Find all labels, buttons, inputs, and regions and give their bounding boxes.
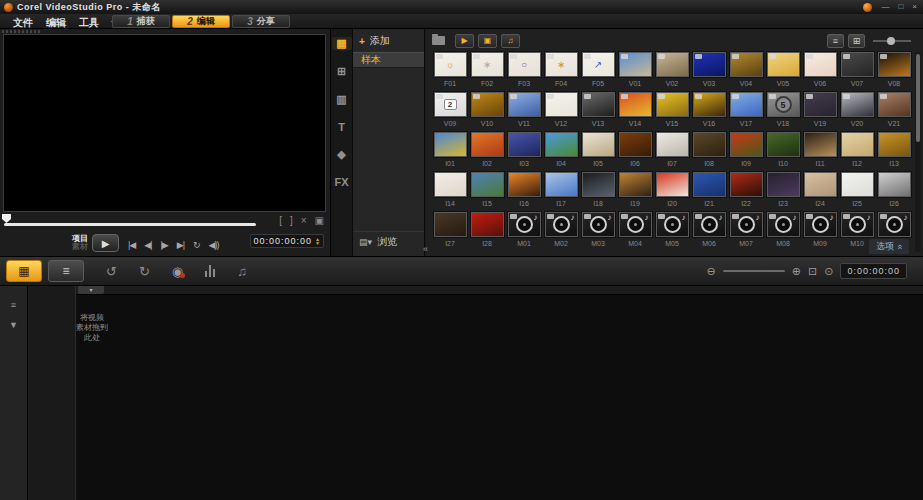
gallery-item-M06[interactable]: ♪M06 <box>691 212 727 252</box>
scrub-track[interactable] <box>4 223 256 226</box>
menu-item-2[interactable]: 工具 <box>79 17 99 28</box>
gallery-item-I11[interactable]: I11 <box>802 132 838 172</box>
show-photo-filter-icon[interactable]: ▣ <box>478 34 497 48</box>
slider-knob[interactable] <box>887 37 895 45</box>
gallery-item-I20[interactable]: I20 <box>654 172 690 212</box>
zoom-out-icon[interactable]: ⊖ <box>707 265 716 278</box>
gallery-item-V11[interactable]: V11 <box>506 92 542 132</box>
gallery-item-I18[interactable]: I18 <box>580 172 616 212</box>
gallery-item-I22[interactable]: I22 <box>728 172 764 212</box>
show-audio-filter-icon[interactable]: ♫ <box>501 34 520 48</box>
add-button[interactable]: + 添加 <box>353 29 424 52</box>
end-button[interactable]: ▶| <box>177 240 184 250</box>
menu-item-1[interactable]: 编辑 <box>46 17 66 28</box>
gallery-item-V13[interactable]: V13 <box>580 92 616 132</box>
gallery-item-M07[interactable]: ♪M07 <box>728 212 764 252</box>
gallery-item-I05[interactable]: I05 <box>580 132 616 172</box>
gallery-item-I16[interactable]: I16 <box>506 172 542 212</box>
gallery-item-I07[interactable]: I07 <box>654 132 690 172</box>
gallery-item-V02[interactable]: V02 <box>654 52 690 92</box>
gallery-item-I26[interactable]: I26 <box>876 172 912 212</box>
expand-tracks-icon[interactable]: ▼ <box>9 320 18 330</box>
gallery-item-V04[interactable]: V04 <box>728 52 764 92</box>
track-manager-icon[interactable]: ≡ <box>11 300 16 310</box>
prev-frame-button[interactable]: ◀| <box>144 240 151 250</box>
ruler-dropdown[interactable]: ▾ <box>78 286 104 294</box>
gallery-item-F02[interactable]: ∗F02 <box>469 52 505 92</box>
instant-project-icon[interactable]: ⊞ <box>332 65 352 78</box>
gallery-item-M02[interactable]: ♪M02 <box>543 212 579 252</box>
mark-out-button[interactable]: ] <box>290 216 293 226</box>
volume-button[interactable]: ◀)) <box>209 240 219 250</box>
mode-clip-label[interactable]: 素材 <box>72 243 88 251</box>
collapse-library-button[interactable]: « <box>423 244 428 254</box>
transition-icon[interactable]: ▥ <box>332 93 352 106</box>
home-button[interactable]: |◀ <box>128 240 135 250</box>
gallery-item-F03[interactable]: ○F03 <box>506 52 542 92</box>
thumbnail-size-slider[interactable] <box>873 34 911 48</box>
gallery-item-I21[interactable]: I21 <box>691 172 727 212</box>
sound-mixer-icon[interactable] <box>205 265 215 277</box>
gallery-item-V10[interactable]: V10 <box>469 92 505 132</box>
gallery-item-M05[interactable]: ♪M05 <box>654 212 690 252</box>
next-frame-button[interactable]: |▶ <box>161 240 168 250</box>
gallery-item-M03[interactable]: ♪M03 <box>580 212 616 252</box>
gallery-item-V05[interactable]: V05 <box>765 52 801 92</box>
gallery-item-V09[interactable]: 2V09 <box>432 92 468 132</box>
restore-button[interactable]: □ <box>898 3 903 11</box>
show-video-filter-icon[interactable]: ▶ <box>455 34 474 48</box>
gallery-item-V03[interactable]: V03 <box>691 52 727 92</box>
gallery-item-V14[interactable]: V14 <box>617 92 653 132</box>
gallery-item-I08[interactable]: I08 <box>691 132 727 172</box>
gallery-item-F04[interactable]: ∗F04 <box>543 52 579 92</box>
gallery-item-V12[interactable]: V12 <box>543 92 579 132</box>
split-clip-button[interactable]: × <box>301 216 307 226</box>
gallery-item-M01[interactable]: ♪M01 <box>506 212 542 252</box>
mark-in-button[interactable]: [ <box>279 216 282 226</box>
gallery-item-V19[interactable]: V19 <box>802 92 838 132</box>
repeat-button[interactable]: ↻ <box>193 240 200 250</box>
gallery-item-V20[interactable]: V20 <box>839 92 875 132</box>
preview-timecode[interactable]: 00:00:00:00 ▲▼ <box>250 234 325 248</box>
close-button[interactable]: × <box>912 3 917 11</box>
duration-clock-icon[interactable]: ⊙ <box>824 265 833 278</box>
gallery-item-V21[interactable]: V21 <box>876 92 912 132</box>
timeline-zoom-slider[interactable] <box>723 266 785 276</box>
gallery-item-I15[interactable]: I15 <box>469 172 505 212</box>
gallery-item-I27[interactable]: I27 <box>432 212 468 252</box>
scrub-marker[interactable] <box>2 214 11 223</box>
corel-guide-icon[interactable] <box>863 3 872 12</box>
video-track[interactable]: 将视频素材拖到此处 <box>76 295 923 500</box>
title-icon[interactable]: T <box>332 121 352 133</box>
gallery-item-I17[interactable]: I17 <box>543 172 579 212</box>
redo-icon[interactable]: ↻ <box>139 264 150 279</box>
gallery-item-I24[interactable]: I24 <box>802 172 838 212</box>
thumbnail-view-icon[interactable]: ⊞ <box>848 34 865 48</box>
step-tab-捕获[interactable]: 1捕获 <box>112 15 170 28</box>
timeline-ruler[interactable] <box>76 286 923 295</box>
gallery-item-V15[interactable]: V15 <box>654 92 690 132</box>
gallery-item-I04[interactable]: I04 <box>543 132 579 172</box>
gallery-item-I02[interactable]: I02 <box>469 132 505 172</box>
timeline-timecode[interactable]: 0:00:00:00 <box>840 263 907 279</box>
gallery-item-I10[interactable]: I10 <box>765 132 801 172</box>
menu-item-0[interactable]: 文件 <box>13 17 33 28</box>
gallery-item-I23[interactable]: I23 <box>765 172 801 212</box>
gallery-item-I03[interactable]: I03 <box>506 132 542 172</box>
gallery-item-M08[interactable]: ♪M08 <box>765 212 801 252</box>
gallery-item-I14[interactable]: I14 <box>432 172 468 212</box>
minimize-button[interactable]: — <box>881 3 889 11</box>
gallery-item-I12[interactable]: I12 <box>839 132 875 172</box>
gallery-item-I25[interactable]: I25 <box>839 172 875 212</box>
gallery-item-M04[interactable]: ♪M04 <box>617 212 653 252</box>
graphic-icon[interactable]: ◆ <box>332 148 352 161</box>
zoom-in-icon[interactable]: ⊕ <box>792 265 801 278</box>
storyboard-view-button[interactable]: ▦ <box>6 260 42 282</box>
gallery-item-V17[interactable]: V17 <box>728 92 764 132</box>
timeline-view-button[interactable]: ≡ <box>48 260 84 282</box>
options-panel-toggle[interactable]: 选项 « <box>869 239 909 254</box>
browse-button[interactable]: ▤▾ 浏览 <box>353 231 424 252</box>
scrollbar-thumb[interactable] <box>916 54 920 142</box>
gallery-item-M09[interactable]: ♪M09 <box>802 212 838 252</box>
playback-mode-toggle[interactable]: 项目 素材 <box>72 235 88 251</box>
